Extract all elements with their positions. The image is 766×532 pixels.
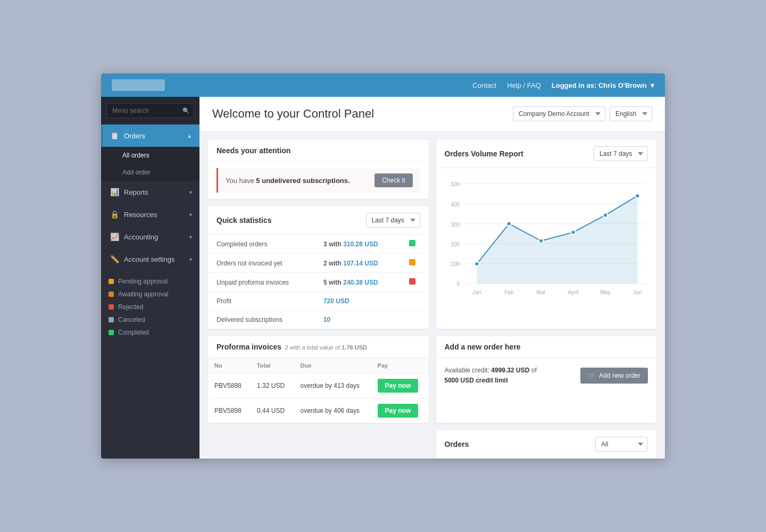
add-order-header: Add a new order here [436,336,657,358]
company-account-select[interactable]: Company Demo Account [513,106,605,121]
svg-text:300: 300 [451,222,460,228]
col-due: Due [294,358,371,373]
sidebar-item-account-settings[interactable]: ✏️ Account settings ▾ [101,248,199,270]
svg-text:0: 0 [456,281,460,287]
status-filters: Pending approval Awaiting approval Rejec… [101,270,199,345]
sidebar-item-accounting[interactable]: 📈 Accounting ▾ [101,226,199,248]
help-link[interactable]: Help / FAQ [507,81,541,89]
not-invoiced-dot [409,259,415,265]
svg-text:May: May [600,289,610,295]
reports-chevron: ▾ [189,189,192,195]
alert-text: You have 5 undelivered subscriptions. [226,177,350,185]
search-icon: 🔍 [182,107,190,114]
search-wrap: 🔍 [106,103,194,118]
app-window: Contact Help / FAQ Logged in as: Chris O… [101,73,665,459]
proforma-table: No Total Due Pay PBV5898 1.32 USD overdu… [208,358,429,423]
table-row: PBV5898 0.44 USD overdue by 406 days Pay… [208,398,429,423]
svg-point-18 [635,194,639,198]
add-new-order-button[interactable]: 🛒 Add new order [580,368,648,384]
status-rejected[interactable]: Rejected [109,301,192,313]
rejected-label: Rejected [118,303,143,311]
pay-now-button-2[interactable]: Pay now [378,404,419,418]
sidebar-item-reports[interactable]: 📊 Reports ▾ [101,181,199,203]
settings-chevron: ▾ [189,256,192,262]
proforma-header: Proforma invoices 2 with a total value o… [208,336,429,358]
alert-bold: 5 undelivered subscriptions. [256,177,349,185]
stats-table: Completed orders 3 with 310.28 USD Order… [208,235,429,329]
status-completed[interactable]: Completed [109,326,192,339]
svg-point-14 [506,222,511,226]
main-layout: 🔍 📋 Orders ▲ All orders Add order [101,97,665,459]
svg-point-16 [571,230,575,235]
sidebar-search-area: 🔍 [101,97,199,124]
svg-text:500: 500 [451,181,460,187]
orders-label: Orders [124,132,145,140]
attention-title: Needs your attention [217,146,290,155]
status-awaiting-approval[interactable]: Awaiting approval [109,288,192,301]
orders-filter-select[interactable]: All Pending Active Completed [595,437,648,452]
resources-label: Resources [124,211,157,219]
orders-icon: 📋 [110,131,119,140]
stats-period-select[interactable]: Last 7 days [366,213,420,228]
svg-point-17 [603,213,607,217]
chart-period-select[interactable]: Last 7 days [594,146,648,161]
resources-chevron: ▾ [189,212,192,218]
pending-approval-dot [109,279,114,284]
contact-link[interactable]: Contact [472,81,496,89]
col-total: Total [251,358,294,373]
attention-card: Needs your attention You have 5 undelive… [208,140,429,199]
sidebar-item-orders[interactable]: 📋 Orders ▲ [101,124,199,147]
attention-card-header: Needs your attention [208,140,429,162]
completed-dot [109,330,114,335]
orders-chevron: ▲ [187,133,192,139]
pay-now-button-1[interactable]: Pay now [378,379,419,393]
line-chart: 500 400 300 200 100 0 [445,177,648,300]
add-order-item[interactable]: Add order [101,164,199,181]
chart-card: Orders Volume Report Last 7 days 500 400… [436,140,657,329]
canceled-dot [109,317,114,322]
add-order-body: Available credit: 4999.32 USD of 5000 US… [436,358,657,393]
user-menu-chevron[interactable]: ▾ [651,81,654,89]
status-canceled[interactable]: Canceled [109,313,192,326]
add-order-card: Add a new order here Available credit: 4… [436,336,657,423]
chart-title: Orders Volume Report [445,149,523,158]
cart-icon: 🛒 [588,372,596,379]
status-pending-approval[interactable]: Pending approval [109,275,192,288]
svg-point-13 [474,262,479,266]
orders-subnav: All orders Add order [101,147,199,181]
completed-label: Completed [118,329,149,336]
table-row: Profit 720 USD [208,292,429,311]
svg-point-15 [539,239,543,243]
svg-text:400: 400 [451,202,460,207]
chart-header: Orders Volume Report Last 7 days [436,140,657,168]
sidebar-nav: 📋 Orders ▲ All orders Add order 📊 Report… [101,124,199,459]
page-title: Welcome to your Control Panel [212,107,374,121]
dashboard: Needs your attention You have 5 undelive… [199,131,665,459]
content-area: Welcome to your Control Panel Company De… [199,97,665,459]
svg-text:200: 200 [451,242,460,247]
content-header: Welcome to your Control Panel Company De… [199,97,665,131]
alert-box: You have 5 undelivered subscriptions. Ch… [217,168,420,193]
reports-label: Reports [124,188,148,196]
language-select[interactable]: English [610,106,652,121]
orders-card-header: Orders All Pending Active Completed [436,430,657,459]
all-orders-item[interactable]: All orders [101,147,199,164]
stats-title: Quick statistics [217,216,272,225]
orders-card: Orders All Pending Active Completed Refe… [436,430,657,459]
proforma-title: Proforma invoices [217,343,281,351]
check-it-button[interactable]: Check it [374,173,412,187]
settings-icon: ✏️ [110,255,119,263]
top-bar: Contact Help / FAQ Logged in as: Chris O… [101,73,665,97]
accounting-label: Accounting [124,233,158,241]
pending-approval-label: Pending approval [118,278,168,285]
accounting-icon: 📈 [110,232,119,241]
table-row: PBV5898 1.32 USD overdue by 413 days Pay… [208,373,429,398]
table-row: Completed orders 3 with 310.28 USD [208,235,429,254]
account-settings-label: Account settings [124,255,174,263]
sidebar: 🔍 📋 Orders ▲ All orders Add order [101,97,199,459]
svg-text:Jun: Jun [633,289,642,295]
search-input[interactable] [106,103,194,118]
rejected-dot [109,304,114,310]
sidebar-item-resources[interactable]: 🔒 Resources ▾ [101,203,199,226]
reports-icon: 📊 [110,188,119,196]
